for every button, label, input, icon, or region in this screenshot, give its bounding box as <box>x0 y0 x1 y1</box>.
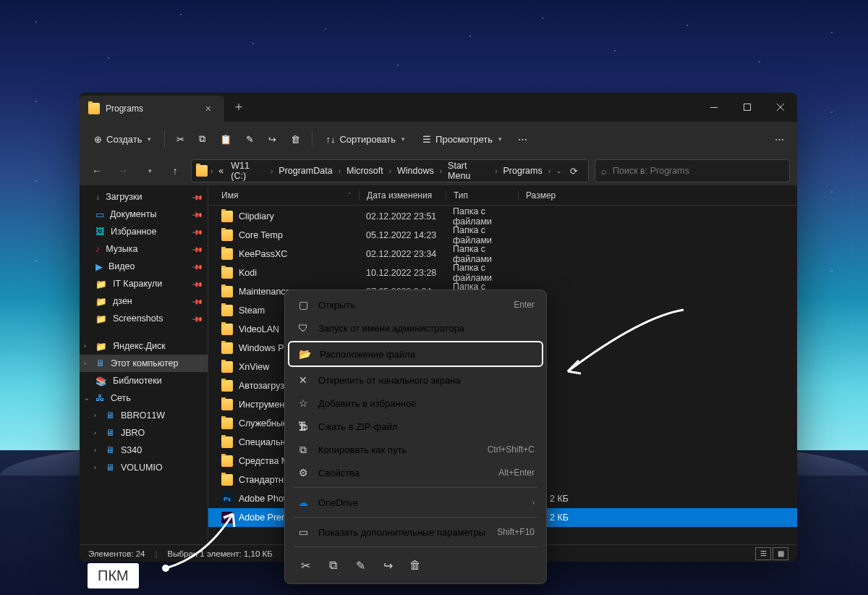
chevron-down-icon: ▾ <box>148 135 151 143</box>
sidebar-quick-item[interactable]: ▶Видео📌 <box>80 258 208 275</box>
back-button[interactable]: ← <box>87 161 107 181</box>
col-name[interactable]: Имя˄ <box>214 190 359 201</box>
view-label: Просмотреть <box>435 134 493 145</box>
folder-icon <box>221 474 233 486</box>
breadcrumb[interactable]: › « W11 (C:)› ProgramData› Microsoft› Wi… <box>191 159 589 182</box>
ctx-open[interactable]: ▢ Открыть Enter <box>288 293 543 316</box>
tab-close-button[interactable]: × <box>201 101 216 116</box>
rename-button[interactable]: ✎ <box>240 130 260 149</box>
star-icon: ☆ <box>297 397 310 410</box>
ctx-compress-zip[interactable]: 🗜 Сжать в ZIP-файл <box>288 415 543 438</box>
tab-programs[interactable]: Programs × <box>80 96 224 122</box>
search-input[interactable] <box>613 166 783 176</box>
maximize-button[interactable] <box>731 93 764 122</box>
pin-icon: 📌 <box>192 313 203 324</box>
ctx-add-favorite[interactable]: ☆ Добавить в избранное <box>288 392 543 415</box>
ctx-file-location[interactable]: 📂 Расположение файла <box>288 341 543 367</box>
ctx-copy[interactable]: ⧉ <box>321 554 344 576</box>
pc-icon: 🖥 <box>106 463 115 473</box>
breadcrumb-seg[interactable]: W11 (C:) <box>228 159 268 182</box>
file-name: Clipdiary <box>239 211 274 221</box>
sidebar-quick-item[interactable]: 🖼Избранное📌 <box>80 223 208 240</box>
sort-label: Сортировать <box>339 134 396 145</box>
sidebar-quick-item[interactable]: ▭Документы📌 <box>80 206 208 223</box>
pin-icon: 📌 <box>192 278 203 290</box>
copy-button[interactable]: ⧉ <box>193 129 211 149</box>
sidebar-network[interactable]: ⌄🖧Сеть <box>80 389 208 407</box>
ctx-cut[interactable]: ✂ <box>294 554 317 576</box>
file-row[interactable]: Core Temp05.12.2022 14:23Папка с файлами <box>208 226 797 245</box>
tab-title: Programs <box>106 104 195 114</box>
sort-asc-icon: ˄ <box>348 192 352 199</box>
close-button[interactable] <box>764 93 797 122</box>
chevron-down-icon[interactable]: ⌄ <box>556 167 562 174</box>
ctx-delete[interactable]: 🗑 <box>404 554 427 576</box>
up-button[interactable]: ↑ <box>165 161 185 181</box>
sidebar-network-host[interactable]: ›🖥BBRO11W <box>80 407 208 424</box>
svg-rect-0 <box>710 107 718 108</box>
sidebar-quick-item[interactable]: 📁IT Каракули📌 <box>80 275 208 292</box>
ctx-unpin-start[interactable]: ✕ Открепить от начального экрана <box>288 368 543 392</box>
refresh-button[interactable]: ⟳ <box>563 166 584 177</box>
sidebar: ↓Загрузки📌▭Документы📌🖼Избранное📌♪Музыка📌… <box>80 185 208 544</box>
ctx-properties[interactable]: ⚙ Свойства Alt+Enter <box>288 461 543 484</box>
sidebar-quick-item[interactable]: 📁Screenshots📌 <box>80 310 208 327</box>
ctx-share[interactable]: ↪ <box>376 554 399 576</box>
file-row[interactable]: Clipdiary02.12.2022 23:51Папка с файлами <box>208 207 797 226</box>
new-tab-button[interactable]: + <box>224 93 253 122</box>
pin-icon: 📌 <box>192 226 203 237</box>
folder-icon <box>221 305 233 316</box>
ctx-show-more[interactable]: ▭ Показать дополнительные параметры Shif… <box>288 520 543 544</box>
breadcrumb-seg[interactable]: Start Menu <box>445 159 492 182</box>
ctx-onedrive[interactable]: ☁ OneDrive › <box>288 491 543 514</box>
breadcrumb-seg[interactable]: Windows <box>394 164 437 177</box>
sidebar-yandex[interactable]: ›📁Яндекс.Диск <box>80 337 208 355</box>
item-label: дзен <box>113 296 132 306</box>
minimize-button[interactable] <box>697 93 731 122</box>
sidebar-network-host[interactable]: ›🖥S340 <box>80 442 208 459</box>
pin-icon: 📌 <box>192 208 203 220</box>
sidebar-quick-item[interactable]: 📁дзен📌 <box>80 292 208 310</box>
file-row[interactable]: Kodi10.12.2022 23:28Папка с файлами <box>208 263 797 282</box>
folder-icon <box>221 324 233 335</box>
sort-button[interactable]: ↑↓ Сортировать ▾ <box>318 130 412 149</box>
cut-button[interactable]: ✂ <box>171 130 190 149</box>
col-date[interactable]: Дата изменения <box>359 190 446 201</box>
view-tiles-button[interactable]: ▦ <box>773 547 788 560</box>
delete-button[interactable]: 🗑 <box>285 130 306 149</box>
file-row[interactable]: KeePassXC02.12.2022 23:34Папка с файлами <box>208 245 797 263</box>
view-details-button[interactable]: ☰ <box>755 547 771 560</box>
folder-icon <box>221 380 233 392</box>
paste-button[interactable]: 📋 <box>214 130 237 149</box>
ctx-copy-path[interactable]: ⧉ Копировать как путь Ctrl+Shift+C <box>288 438 543 461</box>
chevron-right-icon: › <box>94 412 96 419</box>
ctx-run-admin[interactable]: 🛡 Запуск от имени администратора <box>288 316 543 339</box>
share-button[interactable]: ↪ <box>263 130 282 149</box>
sidebar-network-host[interactable]: ›🖥JBRO <box>80 424 208 442</box>
sidebar-network-host[interactable]: ›🖥VOLUMIO <box>80 459 208 476</box>
ctx-rename[interactable]: ✎ <box>349 554 372 576</box>
col-type[interactable]: Тип <box>446 190 518 201</box>
file-name: Kodi <box>239 268 257 278</box>
breadcrumb-seg[interactable]: ProgramData <box>276 164 335 177</box>
sidebar-quick-item[interactable]: ↓Загрузки📌 <box>80 188 208 206</box>
file-type: Папка с файлами <box>446 244 518 264</box>
col-size[interactable]: Размер <box>518 190 569 201</box>
sidebar-quick-item[interactable]: ♪Музыка📌 <box>80 240 208 258</box>
sidebar-this-pc[interactable]: ›🖥Этот компьютер <box>80 355 208 372</box>
details-button[interactable]: ⋯ <box>769 130 790 149</box>
view-button[interactable]: ☰ Просмотреть ▾ <box>415 130 509 149</box>
create-button[interactable]: ⊕ Создать ▾ <box>87 130 158 149</box>
breadcrumb-seg[interactable]: Programs <box>500 164 545 177</box>
sidebar-libraries[interactable]: 📚Библиотеки <box>80 372 208 389</box>
search-box[interactable]: ⌕ <box>595 159 790 182</box>
breadcrumb-seg[interactable]: Microsoft <box>344 164 386 177</box>
folder-open-icon: 📂 <box>298 347 311 360</box>
item-label: Видео <box>109 261 135 271</box>
more-button[interactable]: ⋯ <box>512 130 533 149</box>
item-label: Музыка <box>106 244 137 254</box>
file-date: 02.12.2022 23:51 <box>359 211 446 221</box>
forward-button[interactable]: → <box>113 161 133 181</box>
history-chevron[interactable]: ▾ <box>139 161 159 181</box>
copy-path-icon: ⧉ <box>297 443 310 456</box>
